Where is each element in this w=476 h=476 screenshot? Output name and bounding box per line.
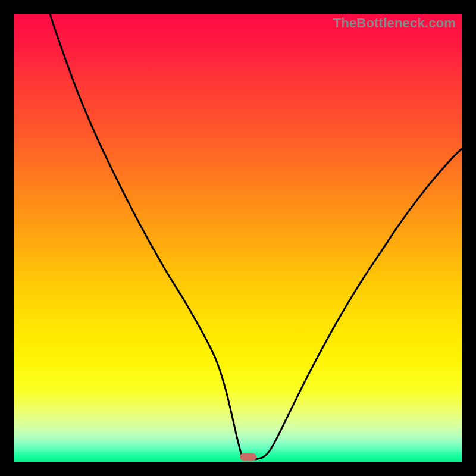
curve-layer — [14, 14, 462, 462]
chart-frame: TheBottleneck.com — [0, 0, 476, 476]
plot-area: TheBottleneck.com — [14, 14, 462, 462]
bottleneck-curve — [50, 14, 462, 459]
optimal-point-marker — [240, 453, 256, 461]
